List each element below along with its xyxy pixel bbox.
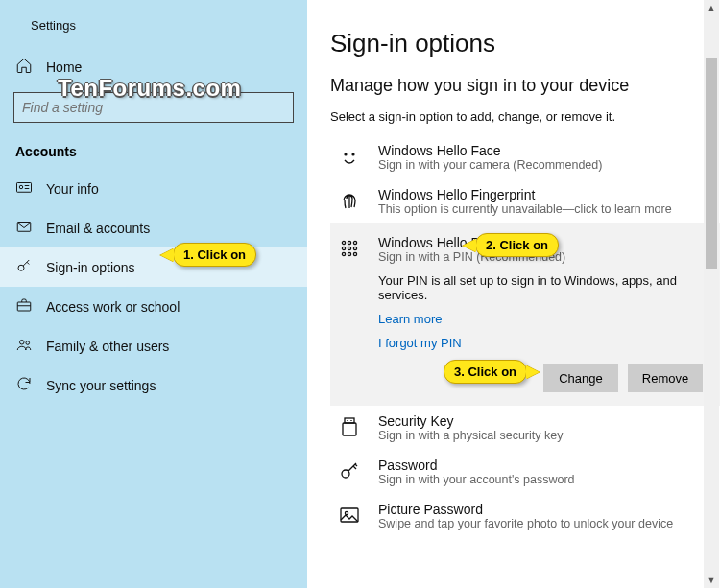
option-picture-password[interactable]: Picture Password Swipe and tap your favo… [330, 494, 720, 538]
briefcase-icon [15, 296, 33, 317]
option-sub: Sign in with a physical security key [378, 429, 712, 442]
svg-point-12 [353, 241, 356, 244]
page-title: Sign-in options [330, 29, 720, 59]
sidebar-item-email-accounts[interactable]: Email & accounts [0, 208, 307, 247]
svg-point-10 [342, 241, 345, 244]
svg-rect-3 [17, 223, 31, 232]
svg-point-9 [351, 153, 354, 155]
sidebar-item-sync-settings[interactable]: Sync your settings [0, 365, 307, 405]
sidebar-item-label: Sync your settings [46, 378, 156, 393]
search-box[interactable] [13, 92, 294, 123]
svg-point-11 [348, 241, 350, 244]
remove-pin-button[interactable]: Remove [628, 364, 703, 392]
sidebar-item-label: Email & accounts [46, 221, 150, 236]
face-icon [334, 143, 365, 168]
svg-point-4 [18, 265, 24, 270]
settings-window: Settings Home Accounts Your info Email &… [0, 0, 720, 588]
people-icon [15, 336, 33, 356]
scroll-down-button[interactable]: ▼ [704, 573, 719, 588]
sidebar-section-header: Accounts [0, 136, 307, 169]
fingerprint-icon [334, 187, 365, 212]
svg-rect-20 [343, 423, 356, 435]
sidebar-item-label: Your info [46, 181, 99, 197]
picture-icon [334, 502, 365, 527]
svg-point-13 [342, 247, 345, 249]
option-password[interactable]: Password Sign in with your account's pas… [330, 450, 720, 494]
window-title: Settings [31, 18, 76, 33]
main-panel: Sign-in options Manage how you sign in t… [307, 0, 720, 588]
svg-point-23 [345, 511, 348, 514]
option-hello-fingerprint[interactable]: Windows Hello Fingerprint This option is… [330, 179, 720, 223]
sidebar-item-family-users[interactable]: Family & other users [0, 326, 307, 365]
svg-point-21 [342, 470, 349, 478]
key-icon [334, 458, 365, 482]
svg-rect-1 [17, 183, 32, 193]
sidebar-item-signin-options[interactable]: Sign-in options [0, 247, 307, 287]
svg-point-7 [26, 341, 30, 345]
option-name: Password [378, 458, 712, 473]
svg-point-16 [342, 252, 345, 255]
svg-point-15 [353, 247, 356, 249]
signin-options-list: Windows Hello Face Sign in with your cam… [330, 135, 720, 538]
sidebar-item-label: Sign-in options [46, 260, 135, 275]
annotation-callout-3: 3. Click on [444, 360, 527, 384]
option-security-key[interactable]: Security Key Sign in with a physical sec… [330, 406, 720, 450]
id-card-icon [15, 178, 33, 199]
option-sub: Swipe and tap your favorite photo to unl… [378, 517, 712, 530]
option-name: Picture Password [378, 502, 712, 517]
svg-rect-5 [17, 302, 31, 311]
page-subheading: Manage how you sign in to your device [330, 76, 720, 96]
option-sub: Sign in with your account's password [378, 473, 712, 486]
option-name: Windows Hello Face [378, 143, 712, 158]
page-caption: Select a sign-in option to add, change, … [330, 109, 720, 124]
annotation-callout-2: 2. Click on [475, 233, 559, 257]
svg-rect-19 [345, 418, 354, 423]
sidebar-item-label: Access work or school [46, 299, 180, 315]
sidebar-item-access-work-school[interactable]: Access work or school [0, 287, 307, 326]
sidebar: Settings Home Accounts Your info Email &… [0, 0, 307, 588]
home-icon [15, 57, 33, 77]
sync-icon [15, 375, 33, 395]
svg-point-18 [353, 252, 356, 255]
vertical-scrollbar[interactable]: ▲ ▼ [704, 0, 719, 588]
svg-point-2 [19, 185, 22, 188]
option-sub: Sign in with your camera (Recommended) [378, 158, 712, 172]
change-pin-button[interactable]: Change [543, 364, 618, 392]
scroll-up-button[interactable]: ▲ [704, 0, 719, 15]
mail-icon [15, 218, 33, 238]
svg-point-17 [348, 252, 350, 255]
sidebar-item-your-info[interactable]: Your info [0, 169, 307, 208]
annotation-callout-1: 1. Click on [173, 243, 256, 267]
option-name: Security Key [378, 413, 712, 429]
keypad-icon [334, 235, 365, 260]
sidebar-item-label: Family & other users [46, 339, 169, 354]
forgot-pin-link[interactable]: I forgot my PIN [378, 336, 712, 350]
sidebar-item-label: Home [46, 59, 82, 75]
option-hello-face[interactable]: Windows Hello Face Sign in with your cam… [330, 135, 720, 179]
option-sub: This option is currently unavailable—cli… [378, 202, 712, 216]
svg-point-14 [348, 247, 350, 249]
key-icon [15, 257, 33, 277]
svg-point-8 [344, 153, 347, 155]
scroll-thumb[interactable] [706, 58, 717, 269]
option-name: Windows Hello Fingerprint [378, 187, 712, 202]
search-input[interactable] [22, 100, 285, 115]
svg-point-6 [20, 341, 25, 345]
learn-more-link[interactable]: Learn more [378, 312, 712, 326]
usb-key-icon [334, 413, 365, 438]
sidebar-item-home[interactable]: Home [0, 47, 307, 86]
pin-status-text: Your PIN is all set up to sign in to Win… [378, 273, 712, 302]
